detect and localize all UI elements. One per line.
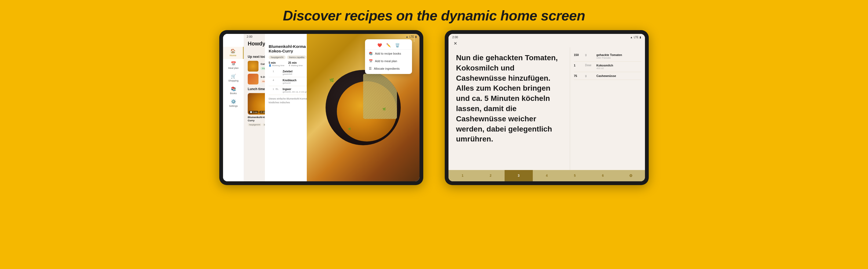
nav-settings[interactable]: ⚙ bbox=[617, 170, 645, 181]
rt-ing-name-3: Cashewnüsse bbox=[596, 74, 641, 78]
right-wifi-icon: ▲ bbox=[630, 36, 632, 39]
heart-icon[interactable]: ❤️ bbox=[377, 43, 382, 47]
working-time: 5 min 👤 Working time bbox=[269, 61, 284, 67]
close-button[interactable]: ✕ bbox=[452, 41, 458, 46]
rt-ing-unit-3: g bbox=[585, 74, 595, 77]
left-status-bar: 2:00 ▲ LTE ▮ bbox=[244, 34, 420, 39]
recipe-fullscreen: 🌿 🌿 🌿 ⋮ ❤️ ✏️ 🗑️ bbox=[307, 34, 420, 181]
add-to-meal-plan-label: Add to meal plan bbox=[375, 59, 397, 63]
rt-ing-info-2: Kokosmilch 400 ml bbox=[596, 64, 641, 70]
sidebar-label-settings: Settings bbox=[229, 105, 238, 107]
rt-ing-info-1: gehackte Tomaten oder Passata bbox=[596, 53, 641, 59]
working-time-val: 5 min bbox=[269, 61, 284, 64]
recipe-detail-title: Blumenkohl-Korma Kokos-Curry bbox=[269, 44, 311, 53]
herb-2: 🌿 bbox=[382, 108, 386, 111]
nav-step-5[interactable]: 5 bbox=[561, 170, 589, 181]
rt-ingredients-panel: 150 g gehackte Tomaten oder Passata 1 Do… bbox=[570, 47, 645, 170]
rt-ingredient-row-3: 75 g Cashewnüsse bbox=[574, 72, 641, 80]
sidebar: 🏠 Home 📅 Meal plan 🛒 Shopping 📚 Books ⚙️ bbox=[223, 34, 244, 181]
rt-ingredient-row-2: 1 Dose Kokosmilch 400 ml bbox=[574, 62, 641, 72]
allocate-ingredients-label: Allocate ingredients bbox=[374, 67, 400, 70]
left-status-icons: ▲ LTE ▮ bbox=[406, 35, 417, 38]
ing-qty-3: 1 bbox=[269, 88, 274, 90]
nav-step-6[interactable]: 6 bbox=[589, 170, 617, 181]
rice bbox=[363, 74, 397, 119]
rt-ingredient-row-1: 150 g gehackte Tomaten oder Passata bbox=[574, 51, 641, 62]
settings-icon: ⚙️ bbox=[231, 100, 236, 104]
recipe-thumb-2 bbox=[248, 74, 258, 84]
nav-step-3[interactable]: 3 bbox=[504, 170, 533, 181]
close-row: ✕ bbox=[448, 39, 645, 47]
sidebar-item-mealplan[interactable]: 📅 Meal plan bbox=[223, 59, 244, 72]
step-text-area: Nun die gehackten Tomaten, Kokosmilch un… bbox=[448, 47, 570, 170]
home-icon: 🏠 bbox=[230, 49, 236, 53]
tag-hauptgericht: hauptgericht bbox=[248, 123, 261, 126]
tablets-container: 🏠 Home 📅 Meal plan 🛒 Shopping 📚 Books ⚙️ bbox=[0, 30, 868, 185]
mealplan-icon: 📅 bbox=[231, 62, 236, 66]
sidebar-item-home[interactable]: 🏠 Home bbox=[223, 47, 244, 59]
add-to-recipe-books-item[interactable]: 📚 Add to recipe books bbox=[365, 50, 412, 57]
right-screen: 2:00 ▲ LTE ▮ ✕ Nun die gehackten Tomaten… bbox=[448, 34, 645, 181]
battery-icon: ▮ bbox=[415, 35, 417, 38]
add-to-recipe-books-label: Add to recipe books bbox=[375, 52, 401, 55]
right-lte-icon: LTE bbox=[634, 36, 639, 39]
books-menu-icon: 📚 bbox=[369, 52, 373, 55]
rt-ing-unit-1: g bbox=[585, 53, 595, 56]
edit-icon[interactable]: ✏️ bbox=[386, 43, 391, 47]
waiting-time-label: ⏸ Waiting time bbox=[288, 64, 303, 67]
clock-icon: 🕐 bbox=[250, 111, 252, 113]
ing-unit-3: EL bbox=[276, 88, 281, 90]
sidebar-label-mealplan: Meal plan bbox=[228, 67, 239, 70]
sidebar-item-settings[interactable]: ⚙️ Settings bbox=[223, 98, 244, 109]
recipe-thumb-1 bbox=[248, 61, 258, 72]
ing-qty-2: 4 bbox=[269, 79, 274, 81]
sidebar-item-books[interactable]: 📚 Books bbox=[223, 85, 244, 97]
sidebar-label-home: Home bbox=[229, 54, 236, 57]
delete-icon[interactable]: 🗑️ bbox=[395, 43, 400, 47]
rt-ing-unit-2: Dose bbox=[585, 64, 595, 67]
main-content: 2:00 ▲ LTE ▮ Howdy 🤠 🔍 ⛶ bbox=[244, 34, 420, 181]
right-time: 2:00 bbox=[452, 35, 458, 39]
ing-qty-1: 1 bbox=[269, 70, 274, 73]
sidebar-label-books: Books bbox=[230, 92, 237, 95]
rt-ing-qty-1: 150 bbox=[574, 53, 584, 56]
list-menu-icon: ☰ bbox=[369, 67, 372, 71]
rt-ing-name-1: gehackte Tomaten bbox=[596, 53, 641, 56]
dish-bowl: 🌿 bbox=[326, 70, 401, 145]
rt-ing-qty-3: 75 bbox=[574, 74, 584, 78]
nav-step-2[interactable]: 2 bbox=[477, 170, 505, 181]
nav-step-1[interactable]: 1 bbox=[448, 170, 477, 181]
allocate-ingredients-item[interactable]: ☰ Allocate ingredients bbox=[365, 65, 412, 72]
rt-ing-name-2: Kokosmilch bbox=[596, 64, 641, 67]
right-tablet: 2:00 ▲ LTE ▮ ✕ Nun die gehackten Tomaten… bbox=[445, 30, 649, 185]
context-menu: ❤️ ✏️ 🗑️ 📚 Add to recipe books 📅 Add to … bbox=[365, 39, 412, 74]
time-badge-1: 🕐 5 min bbox=[249, 111, 258, 113]
rt-ing-qty-2: 1 bbox=[574, 64, 584, 67]
meal-plan-menu-icon: 📅 bbox=[369, 59, 373, 63]
left-time: 2:00 bbox=[247, 35, 252, 38]
sidebar-item-shopping[interactable]: 🛒 Shopping bbox=[223, 72, 244, 84]
rt-ing-sub-2: 400 ml bbox=[596, 67, 641, 70]
wifi-icon: ▲ bbox=[406, 35, 408, 38]
detail-tag-2: bianca zapatka bbox=[287, 55, 307, 59]
rt-ing-info-3: Cashewnüsse bbox=[596, 74, 641, 78]
person-icon: 👤 bbox=[269, 64, 271, 67]
shopping-icon: 🛒 bbox=[231, 74, 236, 79]
right-battery-icon: ▮ bbox=[640, 36, 641, 39]
right-status-icons: ▲ LTE ▮ bbox=[630, 35, 641, 39]
add-to-meal-plan-item[interactable]: 📅 Add to meal plan bbox=[365, 57, 412, 65]
rt-ing-sub-1: oder Passata bbox=[596, 56, 641, 59]
rt-nav-bar: 1 2 3 4 5 6 ⚙ bbox=[448, 170, 645, 181]
context-menu-top: ❤️ ✏️ 🗑️ bbox=[365, 41, 412, 50]
pause-icon: ⏸ bbox=[288, 64, 290, 67]
rt-main: Nun die gehackten Tomaten, Kokosmilch un… bbox=[448, 47, 645, 170]
waiting-time-val: 25 min bbox=[288, 61, 303, 64]
waiting-time: 25 min ⏸ Waiting time bbox=[288, 61, 303, 67]
left-tablet: 🏠 Home 📅 Meal plan 🛒 Shopping 📚 Books ⚙️ bbox=[219, 30, 423, 185]
step-text: Nun die gehackten Tomaten, Kokosmilch un… bbox=[456, 53, 562, 144]
right-status-bar: 2:00 ▲ LTE ▮ bbox=[448, 34, 645, 39]
detail-tag-1: hauptgericht bbox=[269, 55, 286, 59]
herb-1: 🌿 bbox=[329, 78, 334, 82]
nav-step-4[interactable]: 4 bbox=[533, 170, 561, 181]
left-screen: 🏠 Home 📅 Meal plan 🛒 Shopping 📚 Books ⚙️ bbox=[223, 34, 420, 181]
